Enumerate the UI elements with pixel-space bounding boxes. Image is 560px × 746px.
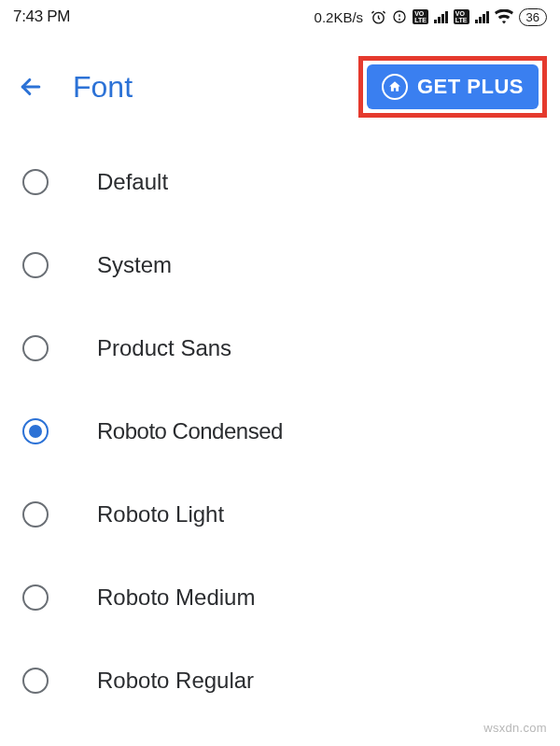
sync-icon [392, 9, 407, 24]
get-plus-label: GET PLUS [417, 75, 524, 99]
font-list: DefaultSystemProduct SansRoboto Condense… [0, 134, 560, 746]
font-option[interactable]: Roboto Condensed [0, 389, 560, 472]
home-icon [382, 74, 408, 100]
highlight-box: GET PLUS [358, 56, 547, 118]
font-option[interactable]: Roboto Thin [0, 722, 560, 746]
radio-icon[interactable] [22, 501, 49, 528]
alarm-icon [371, 9, 386, 25]
font-option-label: Roboto Light [97, 501, 224, 528]
radio-icon[interactable] [22, 584, 49, 611]
battery-indicator: 36 [519, 8, 547, 26]
font-option[interactable]: System [0, 223, 560, 306]
signal-icon-2 [475, 10, 489, 23]
page-title: Font [73, 70, 330, 105]
font-option[interactable]: Product Sans [0, 306, 560, 389]
font-option[interactable]: Default [0, 140, 560, 223]
font-option-label: Default [97, 169, 168, 195]
radio-icon[interactable] [22, 169, 49, 195]
radio-icon[interactable] [22, 252, 49, 278]
font-option-label: System [97, 252, 172, 278]
status-time: 7:43 PM [13, 7, 70, 26]
font-option[interactable]: Roboto Regular [0, 639, 560, 722]
watermark: wsxdn.com [483, 721, 547, 735]
volte-icon-1: VOLTE [413, 9, 428, 24]
wifi-icon [495, 9, 513, 24]
back-button[interactable] [17, 73, 45, 101]
font-option-label: Roboto Regular [97, 668, 254, 694]
font-option[interactable]: Roboto Medium [0, 556, 560, 639]
status-bar: 7:43 PM 0.2KB/s VOLTE VOLTE 36 [0, 0, 560, 34]
svg-point-2 [399, 19, 400, 20]
radio-icon[interactable] [22, 335, 49, 361]
app-header: Font GET PLUS [0, 34, 560, 134]
font-option-label: Product Sans [97, 335, 231, 361]
font-option-label: Roboto Medium [97, 584, 255, 611]
font-option[interactable]: Roboto Light [0, 472, 560, 556]
get-plus-button[interactable]: GET PLUS [367, 64, 539, 109]
volte-icon-2: VOLTE [454, 9, 469, 24]
data-rate: 0.2KB/s [315, 9, 364, 25]
radio-icon[interactable] [22, 668, 49, 694]
status-indicators: 0.2KB/s VOLTE VOLTE 36 [315, 8, 547, 26]
radio-icon[interactable] [22, 418, 49, 444]
signal-icon-1 [434, 10, 448, 23]
font-option-label: Roboto Condensed [97, 418, 283, 444]
